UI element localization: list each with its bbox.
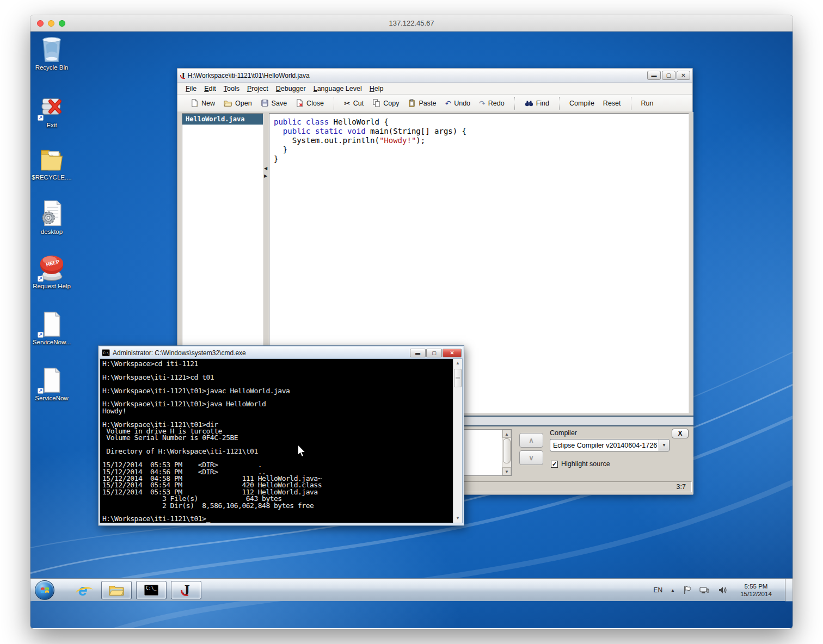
folder-icon (39, 145, 64, 173)
desktop-icon-label: desktop (30, 228, 75, 236)
maximize-button[interactable]: ▢ (662, 71, 675, 80)
compile-button[interactable]: Compile (565, 97, 599, 109)
config-file-icon (39, 199, 64, 227)
menu-tools[interactable]: Tools (220, 84, 243, 94)
compiler-select[interactable]: Eclipse Compiler v20140604-1726 ▼ (550, 439, 670, 451)
find-button[interactable]: Find (520, 97, 554, 109)
taskbar-explorer-button[interactable] (101, 581, 132, 599)
desktop-icon-recycle-folder[interactable]: $RECYCLE.... (30, 143, 75, 181)
toolbar-separator (334, 97, 334, 110)
cmd-window: C:\_ Administrator: C:\Windows\system32\… (98, 345, 464, 526)
save-button[interactable]: Save (256, 97, 292, 109)
minimize-icon[interactable] (48, 20, 54, 27)
volume-icon[interactable] (718, 586, 727, 595)
paste-button[interactable]: Paste (403, 97, 440, 109)
clock-date: 15/12/2014 (735, 590, 777, 598)
close-button[interactable]: ✕ (443, 349, 462, 357)
taskbar-ie-button[interactable]: e (69, 581, 97, 599)
panel-close-button[interactable]: X (672, 429, 689, 438)
menu-help[interactable]: Help (366, 84, 388, 94)
menu-project[interactable]: Project (243, 84, 272, 94)
highlight-source-checkbox[interactable]: ✓ (551, 461, 558, 468)
run-button[interactable]: Run (637, 97, 658, 109)
scrollbar-thumb[interactable] (503, 438, 511, 463)
drjava-toolbar: New Open Save Close ✂Cut Copy Pas (177, 95, 692, 112)
previous-error-button[interactable]: ∧ (519, 433, 543, 448)
drjava-window-title: H:\Workspace\iti-1121\t01\HelloWorld.jav… (188, 72, 647, 79)
highlight-source-label: Highlight source (561, 460, 610, 468)
desktop-icon-label: ServiceNow... (30, 339, 75, 346)
minimize-button[interactable]: ▬ (410, 349, 426, 357)
output-scrollbar[interactable]: ▲ ▼ (502, 430, 511, 475)
desktop-icon-label: ServiceNow (30, 395, 75, 402)
desktop-icon-servicenow-1[interactable]: ↗ ServiceNow... (30, 307, 75, 346)
chevron-down-icon[interactable]: ▼ (659, 439, 669, 451)
undo-button[interactable]: ↶Undo (440, 97, 475, 109)
scrollbar-thumb[interactable] (454, 369, 462, 387)
menu-language-level[interactable]: Language Level (310, 84, 366, 94)
redo-button[interactable]: ↷Redo (475, 97, 509, 109)
network-icon[interactable] (699, 586, 710, 595)
copy-button[interactable]: Copy (368, 97, 403, 109)
system-tray: EN ▲ 5:55 PM 15/12/2014 (653, 579, 793, 602)
explorer-folder-icon (108, 584, 125, 597)
tray-expand-icon[interactable]: ▲ (671, 588, 675, 593)
desktop-icon-exit[interactable]: ↗ Exit (30, 90, 75, 129)
cut-icon: ✂ (344, 100, 351, 107)
zoom-icon[interactable] (59, 20, 65, 27)
console-scrollbar[interactable]: ▲ ▼ (453, 359, 462, 523)
open-button[interactable]: Open (219, 97, 256, 109)
menu-debugger[interactable]: Debugger (272, 84, 310, 94)
desktop-icon-desktop-file[interactable]: desktop (30, 197, 75, 236)
redo-icon: ↷ (479, 100, 486, 107)
close-file-button[interactable]: Close (291, 97, 328, 109)
splitter-arrows-icon[interactable]: ◀▶ (264, 165, 267, 180)
desktop-icon-label: Recycle Bin (30, 64, 75, 71)
show-desktop-button[interactable] (785, 579, 793, 602)
drjava-icon: J (182, 583, 190, 597)
close-icon[interactable] (37, 20, 44, 27)
console-area[interactable]: H:\Workspace>cd iti-1121 H:\Workspace\it… (100, 358, 463, 523)
start-button[interactable] (35, 580, 54, 600)
taskbar-cmd-button[interactable]: C:\_ (136, 581, 167, 599)
open-folder-icon (224, 99, 232, 107)
desktop-icon-request-help[interactable]: HELP ↗ Request Help (30, 251, 75, 290)
menu-edit[interactable]: Edit (200, 84, 220, 94)
minimize-button[interactable]: ▬ (647, 71, 661, 80)
new-button[interactable]: New (186, 97, 219, 109)
code-area: public class HelloWorld { public static … (274, 117, 689, 164)
menu-file[interactable]: File (182, 84, 200, 94)
maximize-button[interactable]: ▢ (426, 349, 442, 357)
traffic-lights (37, 20, 65, 27)
scroll-up-icon[interactable]: ▲ (453, 359, 462, 368)
desktop-icon-recycle-bin[interactable]: Recycle Bin (30, 33, 75, 71)
drjava-titlebar: J H:\Workspace\iti-1121\t01\HelloWorld.j… (177, 69, 692, 83)
new-file-icon (191, 99, 199, 107)
cmd-titlebar: C:\_ Administrator: C:\Windows\system32\… (100, 347, 463, 358)
save-floppy-icon (261, 99, 269, 107)
find-binoculars-icon (525, 100, 533, 107)
compiler-label: Compiler (550, 429, 577, 437)
cut-button[interactable]: ✂Cut (340, 97, 368, 109)
taskbar-clock[interactable]: 5:55 PM 15/12/2014 (735, 583, 777, 598)
close-button[interactable]: ✕ (677, 71, 690, 80)
reset-button[interactable]: Reset (599, 97, 625, 109)
scroll-down-icon[interactable]: ▼ (502, 467, 511, 475)
desktop-icon-servicenow-2[interactable]: ↗ ServiceNow (30, 363, 75, 402)
drjava-app-icon: J (181, 72, 185, 79)
mac-titlebar: 137.122.45.67 (30, 15, 793, 32)
action-center-flag-icon[interactable] (683, 586, 691, 595)
desktop-icon-label: Exit (30, 122, 75, 129)
mac-window-title: 137.122.45.67 (30, 19, 793, 27)
taskbar-drjava-button[interactable]: J (171, 581, 201, 599)
code-line: public class HelloWorld { (274, 117, 689, 127)
toolbar-separator (559, 97, 560, 110)
document-icon (40, 367, 63, 394)
next-error-button[interactable]: ∨ (519, 450, 543, 465)
file-list-item-selected[interactable]: HelloWorld.java (182, 114, 263, 125)
scroll-down-icon[interactable]: ▼ (453, 514, 462, 523)
code-line: System.out.println("Howdy!"); (274, 136, 689, 145)
language-indicator[interactable]: EN (653, 586, 662, 594)
scroll-up-icon[interactable]: ▲ (502, 430, 511, 438)
shortcut-arrow-icon: ↗ (38, 332, 44, 338)
